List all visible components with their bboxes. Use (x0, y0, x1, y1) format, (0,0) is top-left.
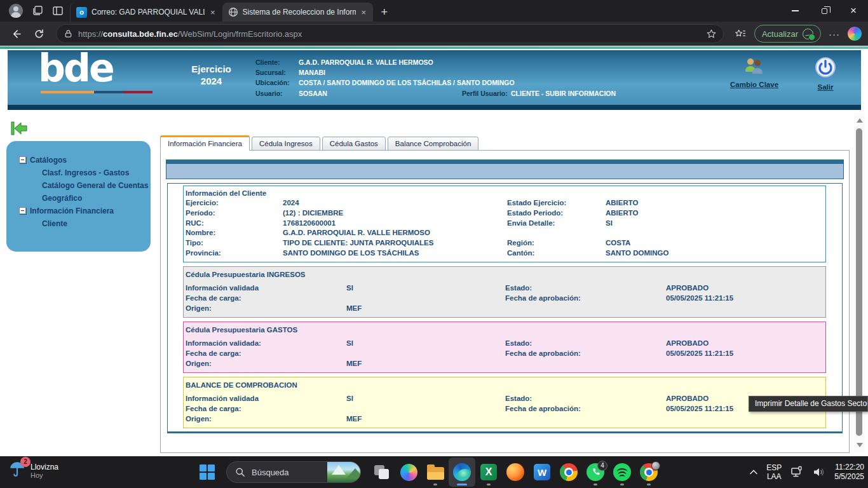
client-info-box: Información del Cliente Ejercicio:2024Es… (183, 186, 826, 262)
edge-icon[interactable] (449, 458, 475, 487)
users-icon (742, 57, 766, 76)
network-icon[interactable] (790, 466, 804, 478)
field-value: (12) : DICIEMBRE (283, 208, 507, 219)
tab-cedula-gastos[interactable]: Cédula Gastos (322, 137, 386, 151)
field-value: 05/05/2025 11:21:15 (666, 293, 825, 303)
field-value: COSTA (606, 238, 825, 248)
sucursal-value: MANABI (299, 67, 325, 78)
language-indicator[interactable]: ESP LAA (766, 463, 782, 481)
search-icon (235, 467, 245, 477)
more-options-icon[interactable]: ··· (825, 29, 844, 39)
vertical-tabs-icon[interactable] (52, 5, 64, 17)
logo-underline (41, 91, 153, 93)
screen: o Correo: GAD PARROQUIAL VALLE × Sistema… (0, 0, 868, 488)
browser-toolbar: https://consulta.bde.fin.ec/WebSim/Login… (0, 22, 868, 46)
site-header: bde Ejercicio2024 Cliente:G.A.D. PARROQU… (8, 50, 861, 110)
scrollbar-thumb[interactable] (856, 128, 862, 436)
browser-tab-sistema[interactable]: Sistema de Recoleccion de Inform × (222, 3, 374, 22)
sidebar-item-cliente[interactable]: Cliente (6, 217, 151, 230)
field-label: Fecha de carga: (186, 348, 346, 358)
sidebar-item-catalogos[interactable]: Catálogos (6, 154, 151, 166)
firefox-icon[interactable] (502, 458, 529, 487)
taskbar: 2 Llovizna Hoy Búsqueda X W (0, 456, 868, 488)
clock[interactable]: 11:22:20 5/5/2025 (834, 463, 864, 482)
spotify-icon[interactable] (609, 458, 635, 487)
tree-minus-icon[interactable] (19, 207, 26, 214)
tab-groups-icon[interactable] (32, 5, 43, 17)
tab-cedula-ingresos[interactable]: Cédula Ingresos (252, 137, 320, 151)
copilot-taskbar-icon[interactable] (395, 458, 422, 487)
perfil-value: CLIENTE - SUBIR INFORMACION (511, 88, 616, 98)
close-tab-icon[interactable]: × (360, 8, 368, 17)
field-value: SANTO DOMINGO DE LOS TSÁCHILAS (283, 248, 507, 259)
address-bar[interactable]: https://consulta.bde.fin.ec/WebSim/Login… (56, 24, 724, 43)
section-title: BALANCE DE COMPROBACION (186, 380, 825, 390)
browser-tab-outlook[interactable]: o Correo: GAD PARROQUIAL VALLE × (70, 3, 222, 22)
sidebar-item-catalogo-general-cuentas[interactable]: Catálogo General de Cuentas (6, 179, 151, 192)
tab-balance-comprobacion[interactable]: Balance Comprobación (388, 137, 479, 151)
restore-button[interactable] (810, 0, 839, 22)
favorites-icon[interactable] (731, 24, 750, 43)
search-highlight-image[interactable] (327, 462, 360, 482)
field-value: APROBADO (666, 283, 825, 293)
window-close-button[interactable]: × (839, 0, 868, 22)
section-cedula-ingresos: Cédula Presupuestaria INGRESOS Informaci… (183, 266, 826, 318)
actualizar-label: Actualizar (762, 29, 798, 39)
file-explorer-icon[interactable] (422, 458, 449, 487)
back-icon[interactable] (6, 24, 25, 43)
copilot-icon[interactable] (848, 27, 862, 41)
close-tab-icon[interactable]: × (209, 8, 217, 17)
profile-badge (651, 461, 660, 470)
weather-condition: Llovizna (31, 463, 58, 471)
system-tray: ESP LAA 11:22:20 5/5/2025 (749, 456, 864, 488)
field-label: Ejercicio: (186, 198, 283, 208)
scroll-down-icon[interactable] (857, 443, 863, 447)
sidebar-item-clasf-ingresos-gastos[interactable]: Clasf. Ingresos - Gastos (6, 166, 151, 179)
weather-widget[interactable]: 2 Llovizna Hoy (4, 459, 64, 482)
usuario-label: Usuario: (255, 88, 299, 98)
new-tab-button[interactable]: + (373, 5, 395, 22)
minimize-button[interactable] (780, 0, 810, 22)
scroll-up-icon[interactable] (857, 118, 863, 123)
sidebar-item-informacion-financiera[interactable]: Información Financiera (6, 205, 151, 217)
field-label: Estado: (505, 338, 666, 348)
field-label: Región: (507, 238, 606, 248)
refresh-icon[interactable] (29, 24, 48, 43)
ejercicio-label: Ejercicio2024 (178, 63, 245, 87)
field-label: Provincia: (186, 248, 283, 259)
web-page: bde Ejercicio2024 Cliente:G.A.D. PARROQU… (0, 46, 868, 456)
client-info-grid: Ejercicio:2024Estado Ejercicio:ABIERTO P… (186, 198, 825, 259)
word-icon[interactable]: W (529, 458, 555, 487)
profile-avatar-icon[interactable] (9, 4, 23, 18)
chrome-icon[interactable] (555, 458, 582, 487)
collapse-menu-icon[interactable] (10, 121, 28, 139)
volume-icon[interactable] (812, 466, 826, 478)
field-value (346, 293, 505, 303)
excel-icon[interactable]: X (475, 458, 502, 487)
field-value: ABIERTO (606, 208, 825, 219)
bde-logo: bde (38, 48, 113, 88)
whatsapp-icon[interactable]: 4 (582, 458, 609, 487)
whatsapp-badge: 4 (597, 461, 607, 471)
cliente-value: G.A.D. PARROQUIAL R. VALLE HERMOSO (299, 57, 433, 67)
tab-informacion-financiera[interactable]: Información Financiera (160, 135, 250, 151)
tab-title: Sistema de Recoleccion de Inform (243, 8, 356, 17)
tree-minus-icon[interactable] (19, 156, 26, 163)
field-label: Información validada (186, 283, 346, 293)
field-label: Información validada: (186, 338, 346, 348)
content-tabstrip: Información Financiera Cédula Ingresos C… (160, 135, 480, 151)
chrome-profile-icon[interactable] (635, 458, 662, 487)
cambio-clave-link[interactable]: Cambio Clave (719, 57, 789, 88)
start-button[interactable] (200, 464, 215, 480)
tab-title: Correo: GAD PARROQUIAL VALLE (92, 8, 205, 17)
search-input[interactable]: Búsqueda (226, 461, 361, 483)
sidebar-item-geografico[interactable]: Geográfico (6, 192, 151, 205)
task-view-button[interactable] (369, 458, 395, 487)
salir-link[interactable]: Salir (790, 57, 860, 91)
field-value: 05/05/2025 11:21:15 (666, 348, 825, 358)
bookmark-star-icon[interactable] (706, 29, 717, 39)
field-label: Fecha de aprobación: (505, 293, 666, 303)
field-label: Fecha de carga: (186, 403, 346, 414)
tray-chevron-icon[interactable] (749, 469, 758, 475)
actualizar-button[interactable]: Actualizar (754, 25, 821, 43)
